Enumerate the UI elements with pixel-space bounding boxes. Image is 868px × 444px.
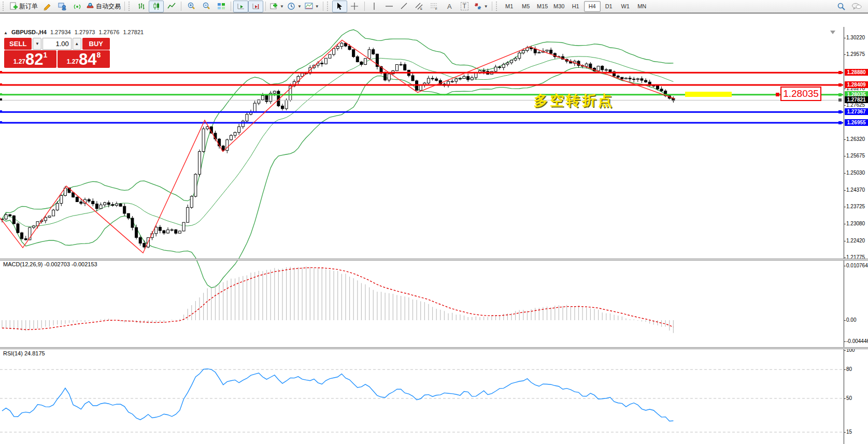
mt4-application-window: 新订单 自动交易 <box>0 0 868 444</box>
crayon-icon <box>43 2 51 10</box>
search-button[interactable] <box>834 1 849 12</box>
chat-button[interactable] <box>849 1 864 12</box>
periods-button[interactable]: ▼ <box>286 1 303 12</box>
horizontal-line-tool-button[interactable] <box>382 1 397 12</box>
volume-decrease-button[interactable]: ▼ <box>33 38 41 50</box>
templates-button[interactable]: ▼ <box>303 1 321 12</box>
toolbar-separator <box>265 2 266 11</box>
price-tick-label: 1.24370 <box>846 187 865 193</box>
price-axis-border <box>844 27 844 444</box>
buy-price-panel[interactable]: 1.27 84 8 <box>58 50 110 68</box>
price-axis-tick <box>844 105 846 106</box>
dropdown-arrow-icon: ▼ <box>315 4 319 9</box>
chart-template-icon <box>305 2 313 10</box>
vertical-line-tool-button[interactable] <box>367 1 382 12</box>
vertical-line-icon <box>370 2 378 10</box>
chart-canvas[interactable] <box>0 27 868 444</box>
auto-scroll-icon <box>237 2 245 10</box>
chart-shift-button[interactable] <box>248 1 263 12</box>
cursor-tool-button[interactable] <box>332 1 347 12</box>
rsi-axis-tick <box>844 350 846 351</box>
toolbar-grip[interactable] <box>496 2 500 11</box>
market-watch-button[interactable] <box>54 1 69 12</box>
price-level-label: 1.27367 <box>845 108 868 115</box>
chart-shift-marker[interactable] <box>830 31 835 34</box>
rsi-axis-tick <box>844 432 846 433</box>
ohlc-high: 1.27973 <box>75 29 95 35</box>
panel-splitter[interactable] <box>0 347 868 349</box>
bar-chart-mode-button[interactable] <box>134 1 149 12</box>
zoom-in-button[interactable] <box>183 1 198 12</box>
new-order-label: 新订单 <box>19 2 38 11</box>
macd-axis-tick <box>844 341 846 342</box>
clock-icon <box>287 2 295 10</box>
toolbar-separator <box>364 2 365 11</box>
timeframe-button-m5[interactable]: M5 <box>518 1 534 12</box>
zoom-out-button[interactable] <box>198 1 214 12</box>
level-line-left-marker <box>0 93 2 95</box>
candlestick-mode-button[interactable] <box>149 1 164 12</box>
timeframe-button-mn[interactable]: MN <box>634 1 650 12</box>
rsi-tick-label: 80 <box>846 366 852 372</box>
macd-indicator-label: MACD(12,26,9) -0.002703 -0.002153 <box>3 261 97 267</box>
timeframe-button-h4[interactable]: H4 <box>584 1 601 12</box>
window-collapse-icon[interactable]: ▲ <box>4 31 8 35</box>
ohlc-bars-icon <box>137 2 146 10</box>
timeframe-button-w1[interactable]: W1 <box>617 1 634 12</box>
timeframe-button-m30[interactable]: M30 <box>551 1 567 12</box>
autotrading-icon <box>86 2 94 10</box>
toolbar-grip[interactable] <box>327 2 331 11</box>
horizontal-line-icon <box>385 2 393 10</box>
sell-price-panel[interactable]: 1.27 82 1 <box>4 50 56 68</box>
panel-splitter[interactable] <box>0 259 868 261</box>
timeframe-button-m1[interactable]: M1 <box>501 1 518 12</box>
level-line-marker <box>838 110 842 113</box>
arrows-tool-button[interactable]: ▼ <box>472 1 490 12</box>
level-line-marker <box>838 83 842 87</box>
autotrading-button[interactable]: 自动交易 <box>84 1 122 12</box>
level-line-left-marker <box>0 71 2 73</box>
text-label-tool-button[interactable]: T <box>457 1 472 12</box>
toolbar-grip[interactable] <box>3 2 6 11</box>
timeframe-button-m15[interactable]: M15 <box>534 1 551 12</box>
timeframe-button-h1[interactable]: H1 <box>567 1 584 12</box>
timeframe-button-group: M1M5M15M30H1H4D1W1MN <box>501 1 650 12</box>
text-tool-button[interactable]: A <box>442 1 457 12</box>
sell-button[interactable]: SELL <box>4 38 32 50</box>
rsi-axis-tick <box>844 398 846 399</box>
trendline-tool-button[interactable] <box>397 1 412 12</box>
rsi-indicator-label: RSI(14) 24.8175 <box>3 350 45 356</box>
buy-price-big: 84 <box>79 52 96 67</box>
tile-windows-button[interactable] <box>214 1 229 12</box>
toolbar-separator <box>124 2 125 11</box>
auto-scroll-button[interactable] <box>233 1 248 12</box>
trendline-icon <box>400 2 408 10</box>
channel-tool-button[interactable]: E <box>412 1 427 12</box>
line-chart-mode-button[interactable] <box>164 1 179 12</box>
buy-button[interactable]: BUY <box>82 38 110 50</box>
volume-input[interactable]: 1.00 <box>42 38 71 50</box>
styler-button[interactable] <box>39 1 54 12</box>
buy-price-sup: 8 <box>97 51 101 59</box>
macd-tick-label: -0.004446 <box>846 338 868 344</box>
price-annotation-anchor[interactable] <box>776 93 779 96</box>
green-plus-icon <box>269 2 278 10</box>
chat-bubbles-icon <box>851 2 862 10</box>
price-axis-tick <box>844 257 846 258</box>
dropdown-arrow-icon: ▼ <box>484 4 488 9</box>
timeframe-button-d1[interactable]: D1 <box>601 1 617 12</box>
crosshair-tool-button[interactable] <box>347 1 362 12</box>
add-indicator-button[interactable]: ▼ <box>268 1 286 12</box>
new-order-button[interactable]: 新订单 <box>8 1 39 12</box>
level-line-left-marker <box>0 121 2 123</box>
search-icon <box>837 2 846 11</box>
macd-axis-tick <box>844 320 846 321</box>
macd-tick-label: 0.010764 <box>846 263 868 268</box>
signals-button[interactable] <box>69 1 84 12</box>
macd-tick-label: 0.00 <box>846 317 856 323</box>
toolbar-grip[interactable] <box>129 2 132 11</box>
one-click-trading-panel: SELL ▼ 1.00 ▲ BUY 1.27 82 1 1.27 84 8 <box>4 38 110 68</box>
volume-increase-button[interactable]: ▲ <box>73 38 81 50</box>
fibonacci-tool-button[interactable]: F <box>427 1 442 12</box>
sell-price-prefix: 1.27 <box>13 58 25 65</box>
